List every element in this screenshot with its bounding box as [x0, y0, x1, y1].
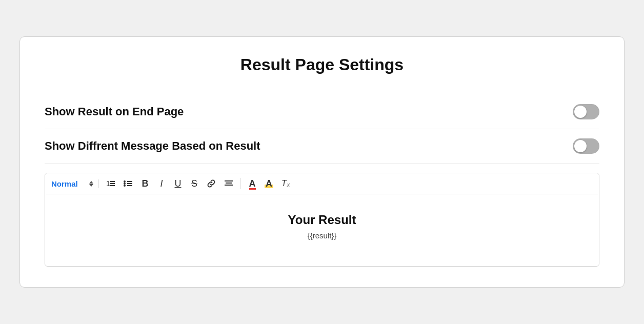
settings-card: Result Page Settings Show Result on End …: [19, 36, 625, 288]
underline-button[interactable]: U: [171, 177, 185, 190]
underline-icon: U: [175, 179, 182, 188]
toolbar-divider: [240, 178, 241, 189]
editor-body[interactable]: Your Result {{result}}: [45, 194, 599, 266]
format-select-wrap[interactable]: Normal Heading 1 Heading 2 Heading 3: [51, 179, 99, 188]
format-select[interactable]: Normal Heading 1 Heading 2 Heading 3: [51, 179, 88, 188]
highlight-icon: A: [265, 179, 273, 188]
show-message-toggle[interactable]: [573, 138, 599, 154]
rich-text-editor: Normal Heading 1 Heading 2 Heading 3 1.: [45, 173, 599, 267]
editor-toolbar: Normal Heading 1 Heading 2 Heading 3 1.: [45, 173, 599, 194]
editor-result-variable: {{result}}: [57, 231, 587, 240]
unordered-list-button[interactable]: [120, 177, 136, 190]
svg-point-6: [124, 183, 126, 185]
svg-point-8: [124, 185, 126, 187]
strikethrough-button[interactable]: S: [187, 177, 202, 190]
bold-icon: B: [142, 179, 149, 188]
show-result-label: Show Result on End Page: [45, 105, 184, 118]
page-title: Result Page Settings: [45, 55, 599, 74]
editor-result-title: Your Result: [57, 213, 587, 227]
show-message-setting-row: Show Diffrent Message Based on Result: [45, 129, 599, 164]
show-message-label: Show Diffrent Message Based on Result: [45, 139, 260, 153]
italic-icon: I: [160, 179, 163, 188]
clear-format-button[interactable]: Tx: [278, 178, 293, 189]
show-result-toggle[interactable]: [573, 104, 599, 119]
show-result-setting-row: Show Result on End Page: [45, 95, 599, 129]
bold-button[interactable]: B: [138, 177, 152, 190]
highlight-button[interactable]: A: [261, 177, 276, 190]
svg-point-4: [124, 180, 126, 183]
ordered-list-icon: 1.: [106, 179, 115, 188]
unordered-list-icon: [124, 179, 133, 188]
format-select-arrows: [89, 181, 93, 187]
font-color-icon: A: [249, 179, 256, 188]
ordered-list-button[interactable]: 1.: [103, 177, 118, 190]
italic-button[interactable]: I: [154, 177, 169, 190]
align-button[interactable]: [221, 177, 236, 190]
clear-format-icon: Tx: [281, 179, 290, 188]
link-button[interactable]: [204, 177, 219, 190]
align-icon: [224, 179, 233, 188]
font-color-button[interactable]: A: [245, 177, 259, 190]
link-icon: [207, 179, 216, 188]
strikethrough-icon: S: [191, 179, 197, 188]
